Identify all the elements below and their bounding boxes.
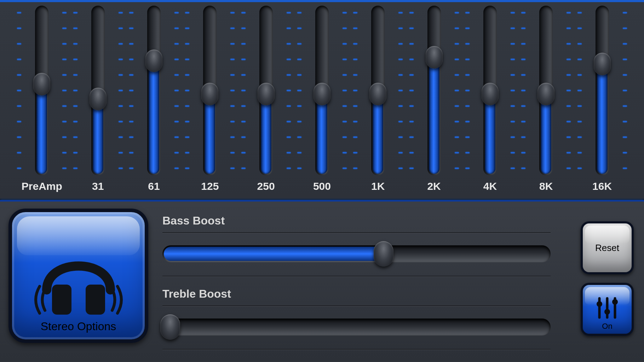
eq-slider[interactable] [483,6,497,175]
eq-slider[interactable] [315,6,329,175]
stereo-options-button[interactable]: Stereo Options [8,209,148,343]
eq-band-label: PreAmp [22,180,62,192]
treble-boost-slider[interactable] [162,319,551,335]
svg-point-5 [597,301,602,307]
eq-band-8k: 8K [521,6,571,199]
eq-slider-thumb[interactable] [314,83,330,105]
eq-slider-fill [429,54,439,174]
eq-slider-fill [149,57,159,174]
eq-slider-thumb[interactable] [145,49,162,72]
eq-slider-thumb[interactable] [90,88,107,110]
eq-slider[interactable] [371,6,385,175]
divider [162,349,551,350]
treble-boost-label: Treble Boost [162,287,551,300]
eq-band-label: 125 [201,180,219,192]
eq-band-250: 250 [241,6,291,199]
eq-band-125: 125 [185,6,235,199]
bass-boost-slider[interactable] [162,245,551,262]
eq-band-label: 2K [427,180,441,192]
side-buttons: Reset On [579,209,636,354]
eq-band-label: 8K [539,180,553,192]
eq-band-61: 61 [129,6,179,199]
eq-slider[interactable] [91,6,105,175]
eq-band-2k: 2K [409,6,459,199]
eq-on-label: On [602,322,612,331]
svg-rect-1 [86,285,105,315]
eq-band-label: 16K [592,180,612,192]
eq-slider[interactable] [427,6,441,175]
reset-button-label: Reset [595,243,619,253]
lower-panel: Stereo Options Bass Boost Treble Boost R… [0,202,644,361]
eq-band-label: 1K [371,180,385,192]
divider [162,276,551,277]
bass-boost-thumb[interactable] [374,241,393,267]
svg-point-7 [612,299,618,305]
eq-band-label: 31 [92,180,104,192]
eq-slider-thumb[interactable] [369,83,386,105]
svg-rect-0 [52,285,71,315]
eq-slider-thumb[interactable] [426,46,443,69]
eq-slider-fill [597,60,608,174]
eq-band-500: 500 [297,6,347,199]
eq-on-button[interactable]: On [581,283,634,336]
eq-slider[interactable] [539,6,553,175]
bass-boost-fill [164,247,384,261]
eq-band-16k: 16K [577,6,627,199]
bass-boost-label: Bass Boost [162,214,551,227]
eq-slider-thumb[interactable] [33,73,50,95]
stereo-options-label: Stereo Options [41,320,116,333]
eq-band-1k: 1K [353,6,403,199]
eq-band-4k: 4K [465,6,515,199]
reset-button[interactable]: Reset [581,221,634,274]
svg-point-6 [604,309,610,315]
eq-band-label: 500 [313,180,331,192]
eq-slider[interactable] [35,6,48,175]
eq-slider[interactable] [596,6,609,175]
eq-band-preamp: PreAmp [17,6,67,199]
eq-band-label: 4K [483,180,497,192]
boost-controls: Bass Boost Treble Boost [162,209,565,354]
eq-slider[interactable] [203,6,217,175]
eq-slider[interactable] [147,6,161,175]
eq-slider[interactable] [259,6,273,175]
eq-band-label: 61 [148,180,160,192]
treble-boost-thumb[interactable] [160,314,180,340]
gloss-overlay [585,226,629,243]
eq-slider-thumb[interactable] [258,83,275,105]
eq-slider-thumb[interactable] [201,83,218,105]
eq-slider-thumb[interactable] [482,83,499,105]
eq-slider-thumb[interactable] [594,53,611,75]
eq-band-label: 250 [257,180,275,192]
divider [162,305,551,306]
sliders-icon [593,293,621,322]
headphones-icon [25,237,132,318]
divider [162,232,551,233]
eq-band-31: 31 [73,6,123,199]
equalizer-panel: PreAmp31611252505001K2K4K8K16K [0,2,644,200]
eq-slider-thumb[interactable] [537,83,554,105]
